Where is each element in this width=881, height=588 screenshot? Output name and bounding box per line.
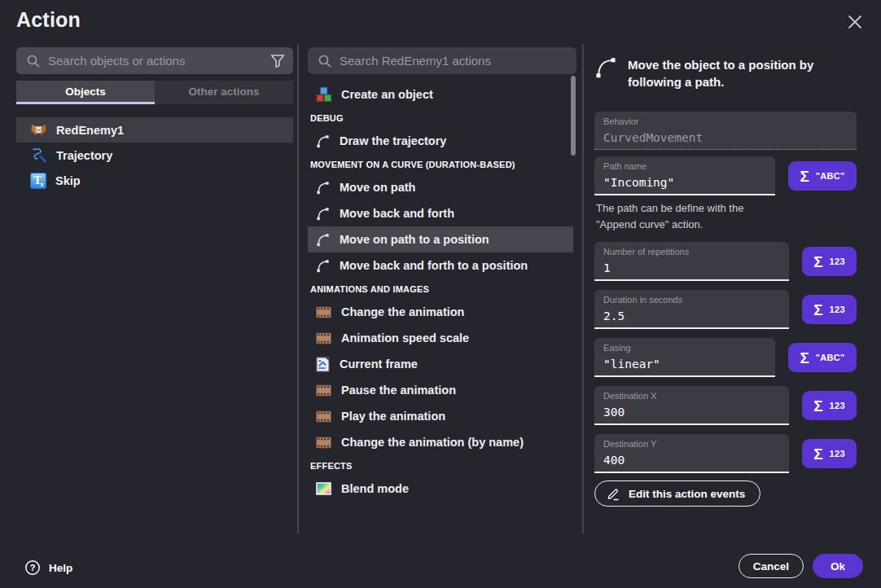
action-item-move-on-path[interactable]: Move on path [308, 174, 573, 200]
action-item-label: Move back and forth [340, 207, 454, 220]
field-label: Easing [603, 342, 766, 354]
sigma-icon: Σ [813, 302, 822, 318]
field-label: Destination X [603, 390, 780, 402]
field-value[interactable]: "linear" [603, 354, 766, 374]
easing-field[interactable]: Easing "linear" [594, 338, 775, 377]
tab-other-actions-label: Other actions [188, 86, 259, 98]
action-item-play-animation[interactable]: Play the animation [308, 403, 573, 429]
expression-type-label: 123 [830, 257, 845, 266]
section-header-animations: ANIMATIONS AND IMAGES [308, 279, 576, 299]
scrollbar-thumb[interactable] [571, 76, 576, 156]
duration-field[interactable]: Duration in seconds 2.5 [594, 290, 789, 329]
help-button[interactable]: ? Help [24, 559, 72, 576]
expression-editor-button[interactable]: Σ "ABC" [788, 161, 857, 191]
expression-editor-button[interactable]: Σ 123 [802, 439, 857, 468]
repetitions-field[interactable]: Number of repetitions 1 [594, 242, 789, 281]
film-icon [316, 437, 331, 449]
help-label: Help [49, 562, 72, 574]
list-item-label: Skip [55, 174, 81, 187]
action-item-label: Pause the animation [341, 384, 456, 397]
svg-text:x: x [40, 179, 44, 187]
sigma-icon: Σ [813, 254, 822, 270]
field-label: Destination Y [603, 438, 780, 450]
action-item-pause-animation[interactable]: Pause the animation [308, 377, 573, 403]
filter-icon[interactable] [270, 54, 285, 68]
actions-search-input[interactable] [340, 54, 568, 68]
sigma-icon: Σ [813, 446, 822, 462]
field-value[interactable]: 1 [603, 258, 780, 278]
expression-editor-button[interactable]: Σ "ABC" [788, 343, 857, 372]
field-value: CurvedMovement [603, 128, 848, 147]
list-item-trajectory[interactable]: Trajectory [16, 143, 293, 168]
close-icon[interactable] [847, 14, 863, 30]
action-item-label: Blend mode [341, 482, 409, 495]
tab-objects[interactable]: Objects [16, 81, 155, 104]
field-helper-text: The path can be define with the "Append … [596, 200, 774, 233]
objects-search-input[interactable] [48, 54, 263, 68]
expression-editor-button[interactable]: Σ 123 [802, 295, 857, 324]
easing-row: Easing "linear" Σ "ABC" [594, 338, 857, 377]
footer-actions: Cancel Ok [739, 554, 863, 578]
destination-y-row: Destination Y 400 Σ 123 [594, 434, 857, 473]
curve-icon [594, 56, 617, 90]
tab-other-actions[interactable]: Other actions [155, 81, 293, 104]
field-label: Path name [603, 160, 766, 173]
destination-y-field[interactable]: Destination Y 400 [594, 434, 789, 473]
cancel-button[interactable]: Cancel [739, 554, 804, 578]
path-name-field[interactable]: Path name "Incoming" [594, 156, 775, 195]
divider-middle-right [582, 45, 584, 533]
sigma-icon: Σ [800, 169, 809, 184]
action-item-change-animation[interactable]: Change the animation [308, 299, 573, 325]
action-item-label: Draw the trajectory [340, 134, 446, 147]
section-label: DEBUG [310, 113, 344, 123]
list-item-label: Trajectory [56, 149, 112, 162]
field-value[interactable]: 2.5 [603, 306, 780, 326]
expression-editor-button[interactable]: Σ 123 [802, 391, 857, 420]
path-name-row: Path name "Incoming" Σ "ABC" [594, 156, 857, 195]
field-label: Number of repetitions [603, 246, 780, 258]
actions-search [308, 47, 576, 74]
action-item-animation-speed-scale[interactable]: Animation speed scale [308, 325, 573, 351]
repetitions-row: Number of repetitions 1 Σ 123 [594, 242, 857, 281]
field-value[interactable]: 300 [603, 402, 780, 422]
sigma-icon: Σ [813, 398, 822, 414]
objects-search [16, 47, 293, 74]
curve-icon [316, 259, 330, 273]
expression-type-label: 123 [830, 449, 845, 459]
expression-type-label: "ABC" [816, 171, 845, 181]
ok-button[interactable]: Ok [813, 554, 863, 578]
destination-x-field[interactable]: Destination X 300 [594, 386, 789, 425]
trajectory-icon [30, 147, 47, 164]
field-value[interactable]: "Incoming" [603, 173, 766, 192]
red-enemy-sprite-icon [30, 121, 47, 138]
expression-editor-button[interactable]: Σ 123 [802, 247, 857, 276]
action-item-create-object[interactable]: Create an object [308, 81, 573, 108]
tab-objects-label: Objects [65, 86, 106, 98]
sigma-icon: Σ [800, 350, 809, 366]
field-value[interactable]: 400 [603, 450, 780, 470]
svg-text:?: ? [30, 563, 36, 573]
action-item-draw-trajectory[interactable]: Draw the trajectory [308, 128, 573, 154]
curve-icon [316, 181, 330, 195]
action-item-change-animation-by-name[interactable]: Change the animation (by name) [308, 429, 573, 455]
action-item-current-frame[interactable]: Current frame [308, 351, 573, 377]
action-item-blend-mode[interactable]: Blend mode [308, 476, 573, 502]
action-list: Create an object DEBUG Draw the trajecto… [308, 81, 576, 502]
action-item-label: Change the animation (by name) [341, 436, 524, 449]
create-object-icon [316, 87, 331, 103]
expression-type-label: 123 [830, 401, 845, 410]
action-item-move-on-path-to-position[interactable]: Move on path to a position [308, 226, 573, 252]
section-header-effects: EFFECTS [308, 455, 576, 476]
list-item-redenemy1[interactable]: RedEnemy1 [16, 117, 293, 143]
expression-type-label: 123 [830, 305, 845, 314]
edit-action-events-button[interactable]: Edit this action events [594, 480, 760, 507]
action-item-move-back-forth-to-position[interactable]: Move back and forth to a position [308, 252, 573, 279]
text-object-icon: T x [30, 173, 46, 189]
action-item-move-back-forth[interactable]: Move back and forth [308, 200, 573, 226]
action-item-label: Move back and forth to a position [340, 259, 528, 272]
help-icon: ? [24, 559, 41, 576]
object-list: RedEnemy1 Trajectory T x [16, 117, 293, 193]
list-item-skip[interactable]: T x Skip [16, 168, 293, 193]
action-item-label: Animation speed scale [341, 331, 469, 344]
section-label: MOVEMENT ON A CURVE (DURATION-BASED) [310, 160, 515, 169]
